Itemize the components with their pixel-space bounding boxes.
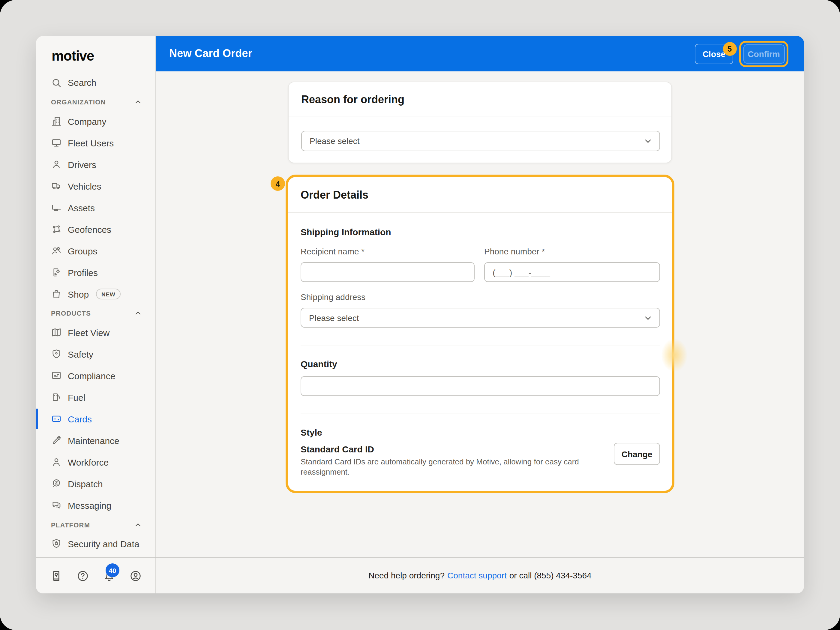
sidebar-item-label: Vehicles <box>68 181 101 191</box>
sidebar-item-maintenance[interactable]: Maintenance <box>36 429 156 451</box>
shipping-address-select[interactable]: Please select <box>301 308 660 328</box>
avatar-icon[interactable] <box>129 569 142 583</box>
sidebar-item-shop[interactable]: Shop NEW <box>36 283 156 305</box>
search-icon <box>51 77 62 88</box>
chevron-up-icon <box>134 309 142 317</box>
monitor-icon <box>51 137 62 148</box>
sidebar-item-profiles[interactable]: Profiles <box>36 262 156 283</box>
reason-card-title: Reason for ordering <box>301 93 404 106</box>
people-icon <box>51 245 62 256</box>
divider <box>288 212 672 213</box>
person-icon <box>51 456 62 467</box>
quantity-input[interactable] <box>301 376 660 396</box>
chat-icon <box>51 500 62 511</box>
sidebar-item-label: Security and Data <box>68 538 139 549</box>
chevron-down-icon <box>644 314 652 322</box>
sidebar-item-label: Assets <box>68 202 95 213</box>
sidebar-item-assets[interactable]: Assets <box>36 197 156 218</box>
sidebar-item-drivers[interactable]: Drivers <box>36 153 156 175</box>
footer-text: or call (855) 434-3564 <box>509 571 592 580</box>
order-card-title: Order Details <box>301 189 368 202</box>
sidebar-item-groups[interactable]: Groups <box>36 240 156 262</box>
sidebar-item-label: Search <box>68 77 96 88</box>
sidebar-item-vehicles[interactable]: Vehicles <box>36 175 156 197</box>
sidebar-item-label: Maintenance <box>68 435 119 445</box>
sidebar-item-dispatch[interactable]: Dispatch <box>36 473 156 494</box>
phone-number-input[interactable] <box>484 262 660 282</box>
sidebar-item-label: Workforce <box>68 457 109 467</box>
shipping-address-label: Shipping address <box>301 292 365 302</box>
sidebar-item-label: Messaging <box>68 500 111 510</box>
footer-text: Need help ordering? <box>368 571 445 580</box>
help-icon[interactable] <box>76 569 89 583</box>
contact-support-link[interactable]: Contact support <box>447 571 507 580</box>
footer-help: Need help ordering? Contact support or c… <box>156 557 804 594</box>
confirm-button[interactable]: Confirm <box>743 44 785 63</box>
sidebar-item-label: Fleet View <box>68 327 110 338</box>
sidebar-item-label: Safety <box>68 349 93 359</box>
shield-icon <box>51 349 62 359</box>
sidebar-item-security-and-data[interactable]: Security and Data <box>36 533 156 554</box>
divider <box>301 346 660 346</box>
phone-label: Phone number * <box>484 246 545 256</box>
sidebar: motive Search ORGANIZATION Company Fleet… <box>36 36 156 594</box>
section-label: PRODUCTS <box>51 309 91 317</box>
section-label: PLATFORM <box>51 521 90 529</box>
notification-badge: 40 <box>106 564 119 577</box>
shopping-bag-icon <box>51 289 62 299</box>
select-value: Please select <box>309 313 359 322</box>
divider <box>289 116 671 117</box>
trailer-icon <box>51 202 62 213</box>
profile-gear-icon <box>51 267 62 278</box>
building-icon <box>51 116 62 126</box>
reason-card: Reason for ordering Please select <box>288 82 672 163</box>
annotation-badge-5: 5 <box>723 42 736 56</box>
chevron-up-icon <box>134 98 142 106</box>
shipping-heading: Shipping Information <box>301 227 391 237</box>
sidebar-item-cards[interactable]: Cards <box>36 408 156 429</box>
sidebar-item-fuel[interactable]: Fuel <box>36 387 156 408</box>
sidebar-item-label: Drivers <box>68 159 96 169</box>
select-value: Please select <box>309 136 360 146</box>
person-icon <box>51 159 62 170</box>
sidebar-section-platform[interactable]: PLATFORM <box>36 519 156 531</box>
recipient-name-input[interactable] <box>301 262 475 282</box>
chevron-down-icon <box>644 137 652 145</box>
sidebar-item-fleet-view[interactable]: Fleet View <box>36 322 156 343</box>
annotation-badge-4: 4 <box>271 177 285 191</box>
sidebar-item-geofences[interactable]: Geofences <box>36 218 156 240</box>
sidebar-item-label: Shop <box>68 289 89 299</box>
map-icon <box>51 327 62 338</box>
sidebar-item-search[interactable]: Search <box>36 72 156 93</box>
section-label: ORGANIZATION <box>51 98 106 106</box>
app-window: motive Search ORGANIZATION Company Fleet… <box>36 36 804 594</box>
credit-card-icon <box>51 414 62 424</box>
fuel-pump-icon <box>51 392 62 403</box>
sidebar-item-label: Fuel <box>68 392 85 402</box>
sidebar-item-fleet-users[interactable]: Fleet Users <box>36 132 156 153</box>
sidebar-item-label: Geofences <box>68 224 111 234</box>
sidebar-item-label: Profiles <box>68 267 98 278</box>
new-badge: NEW <box>96 289 121 299</box>
style-name: Standard Card ID <box>301 444 374 454</box>
geofence-icon <box>51 224 62 235</box>
sidebar-section-organization[interactable]: ORGANIZATION <box>36 96 156 108</box>
chevron-up-icon <box>134 521 142 529</box>
sidebar-item-label: Compliance <box>68 371 115 381</box>
sidebar-item-messaging[interactable]: Messaging <box>36 494 156 516</box>
divider <box>301 413 660 414</box>
sidebar-item-label: Cards <box>68 414 92 424</box>
sidebar-item-workforce[interactable]: Workforce <box>36 451 156 473</box>
wrench-icon <box>51 435 62 446</box>
truck-icon <box>51 181 62 191</box>
sidebar-item-compliance[interactable]: Compliance <box>36 365 156 387</box>
sidebar-item-company[interactable]: Company <box>36 111 156 132</box>
guide-icon[interactable] <box>50 569 63 583</box>
change-button[interactable]: Change <box>614 443 660 465</box>
reason-select[interactable]: Please select <box>301 131 660 151</box>
sidebar-item-safety[interactable]: Safety <box>36 343 156 365</box>
sidebar-item-label: Dispatch <box>68 478 103 489</box>
sidebar-item-label: Groups <box>68 246 97 256</box>
sidebar-section-products[interactable]: PRODUCTS <box>36 307 156 319</box>
motive-logo: motive <box>52 48 94 64</box>
